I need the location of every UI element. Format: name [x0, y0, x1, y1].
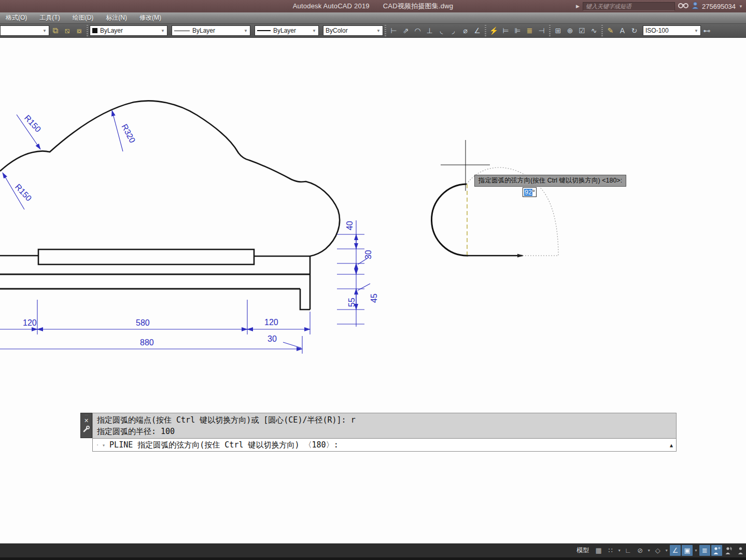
lineweight-value: ByLayer — [273, 27, 296, 34]
dimension-break-icon[interactable]: ⊣ — [536, 25, 547, 36]
menu-tools[interactable]: 工具(T) — [35, 12, 64, 23]
menu-draw[interactable]: 绘图(D) — [68, 12, 98, 23]
dimension-edit-icon[interactable]: ✎ — [604, 25, 616, 36]
quick-dimension-icon[interactable]: ⚡ — [488, 25, 500, 36]
status-bar: 模型 ▦ ∷ ▼ ∟ ⊘ ▼ ◇ ▼ ∠ ▣ ▼ ≣ — [0, 543, 746, 557]
plotstyle-value: ByColor — [326, 27, 348, 34]
linetype-dropdown[interactable]: ByLayer ▼ — [172, 25, 250, 36]
recent-commands-icon[interactable]: · ▾ — [96, 442, 105, 448]
menu-dimension[interactable]: 标注(N) — [101, 12, 132, 23]
search-input[interactable] — [583, 2, 675, 11]
arc-length-dimension-icon[interactable]: ◠ — [412, 25, 424, 36]
dynamic-input-field[interactable]: 92 ° — [523, 187, 537, 197]
radius-dimension-icon[interactable]: ◟ — [435, 25, 447, 36]
command-scroll-up-icon[interactable]: ▲ — [670, 442, 673, 448]
dim-30-leader: 30 — [268, 334, 277, 343]
menu-modify[interactable]: 修改(M) — [135, 12, 166, 23]
wrench-icon[interactable] — [83, 425, 90, 435]
drawing-geometry: R150 R320 R150 40 30 55 45 120 580 120 3… — [0, 38, 746, 543]
lineweight-sample — [257, 30, 271, 31]
polar-caret-icon[interactable]: ▼ — [646, 549, 651, 552]
color-value: ByLayer — [100, 27, 123, 34]
binoculars-icon[interactable] — [678, 2, 688, 11]
annotation-visibility-icon[interactable] — [711, 545, 722, 556]
lineweight-dropdown[interactable]: ByLayer ▼ — [255, 25, 319, 36]
radius-label-mid: R320 — [120, 122, 137, 144]
snap-mode-icon[interactable]: ∷ — [605, 545, 616, 556]
drawing-canvas[interactable]: R150 R320 R150 40 30 55 45 120 580 120 3… — [0, 38, 746, 543]
dimstyle-dropdown[interactable]: ISO-100 ▼ — [643, 25, 701, 36]
command-window-sidebar: ⋯ ✕ — [80, 413, 92, 438]
dim-55: 55 — [347, 298, 356, 307]
dim-45: 45 — [370, 293, 378, 303]
layer-properties-icon[interactable]: ⧉ — [49, 25, 61, 36]
command-input-row[interactable]: · ▾ PLINE 指定圆弧的弦方向(按住 Ctrl 键以切换方向) 〈180〉… — [92, 439, 677, 452]
dim-40: 40 — [345, 221, 354, 230]
taskbar-strip — [0, 557, 746, 560]
inspection-dimension-icon[interactable]: ☑ — [576, 25, 588, 36]
caret-down-icon: ▼ — [694, 29, 698, 33]
radius-label-bottom: R150 — [13, 182, 34, 203]
iso-caret-icon[interactable]: ▼ — [664, 549, 669, 552]
toolbar-separator — [485, 25, 486, 36]
caret-down-icon: ▼ — [244, 29, 248, 33]
osnap-caret-icon[interactable]: ▼ — [694, 549, 698, 552]
aligned-dimension-icon[interactable]: ⇗ — [400, 25, 412, 36]
layer-previous-icon[interactable]: ⧅ — [61, 25, 73, 36]
drag-grip-icon[interactable]: ⋯ — [85, 414, 88, 416]
layer-dropdown[interactable]: ▼ — [0, 25, 49, 36]
dim-120-right: 120 — [264, 318, 278, 327]
app-title: Autodesk AutoCAD 2019 — [293, 2, 370, 10]
toolbar-separator — [601, 25, 603, 36]
snap-caret-icon[interactable]: ▼ — [617, 549, 622, 552]
model-space-button[interactable]: 模型 — [573, 545, 592, 556]
jogged-dimension-icon[interactable]: ◞ — [447, 25, 459, 36]
dimension-style-icon[interactable]: ⊷ — [701, 25, 713, 36]
tolerance-icon[interactable]: ⊞ — [552, 25, 564, 36]
user-id[interactable]: 275695034 — [702, 3, 736, 10]
dimension-space-icon[interactable]: ≣ — [524, 25, 536, 36]
jogged-linear-icon[interactable]: ∿ — [588, 25, 600, 36]
menu-format[interactable]: 格式(O) — [1, 12, 32, 23]
caret-down-icon: ▼ — [312, 29, 316, 33]
user-avatar-icon[interactable] — [692, 2, 699, 11]
caret-down-icon: ▼ — [376, 29, 381, 33]
dim-580: 580 — [136, 318, 150, 327]
dim-30: 30 — [364, 250, 373, 259]
angular-dimension-icon[interactable]: ∠ — [471, 25, 483, 36]
polar-tracking-icon[interactable]: ⊘ — [635, 545, 645, 556]
command-prompt[interactable]: PLINE 指定圆弧的弦方向(按住 Ctrl 键以切换方向) 〈180〉: — [109, 440, 339, 450]
lineweight-display-icon[interactable]: ≣ — [699, 545, 710, 556]
plotstyle-dropdown[interactable]: ByColor ▼ — [323, 25, 383, 36]
linetype-sample — [174, 31, 190, 31]
search-expand-icon[interactable]: ▶ — [576, 4, 580, 9]
dimension-text-edit-icon[interactable]: A — [616, 25, 628, 36]
dynamic-input-tooltip: 指定圆弧的弦方向(按住 Ctrl 键以切换方向) <180>: — [474, 175, 626, 187]
color-dropdown[interactable]: ByLayer ▼ — [90, 25, 167, 36]
center-mark-icon[interactable]: ⊕ — [564, 25, 576, 36]
user-menu-caret-icon[interactable]: ▼ — [739, 4, 743, 9]
command-window: ⋯ ✕ 指定圆弧的端点(按住 Ctrl 键以切换方向)或 [圆心(CE)/半径(… — [80, 413, 677, 452]
caret-down-icon: ▼ — [43, 29, 47, 33]
object-snap-tracking-icon[interactable]: ∠ — [670, 545, 681, 556]
close-icon[interactable]: ✕ — [84, 418, 89, 424]
command-history-line: 指定圆弧的端点(按住 Ctrl 键以切换方向)或 [圆心(CE)/半径(R)]:… — [97, 414, 672, 426]
diameter-dimension-icon[interactable]: ⌀ — [459, 25, 471, 36]
dimension-update-icon[interactable]: ↻ — [628, 25, 640, 36]
ordinate-dimension-icon[interactable]: ⊥ — [424, 25, 435, 36]
command-history[interactable]: 指定圆弧的端点(按住 Ctrl 键以切换方向)或 [圆心(CE)/半径(R)]:… — [92, 413, 677, 439]
continue-dimension-icon[interactable]: ⊨ — [500, 25, 512, 36]
caret-down-icon: ▼ — [161, 29, 165, 33]
object-snap-icon[interactable]: ▣ — [682, 545, 693, 556]
annotation-scale-icon[interactable] — [735, 545, 746, 556]
toolbar-separator — [87, 25, 88, 36]
isometric-drafting-icon[interactable]: ◇ — [652, 545, 663, 556]
grid-display-icon[interactable]: ▦ — [593, 545, 604, 556]
dynamic-input-value: 92 — [524, 189, 532, 196]
ortho-mode-icon[interactable]: ∟ — [623, 545, 634, 556]
annotation-autoscale-icon[interactable] — [723, 545, 734, 556]
linear-dimension-icon[interactable]: ⊢ — [388, 25, 400, 36]
headboard-profile — [0, 101, 340, 310]
layer-states-icon[interactable]: ⧇ — [73, 25, 85, 36]
baseline-dimension-icon[interactable]: ⊫ — [512, 25, 524, 36]
